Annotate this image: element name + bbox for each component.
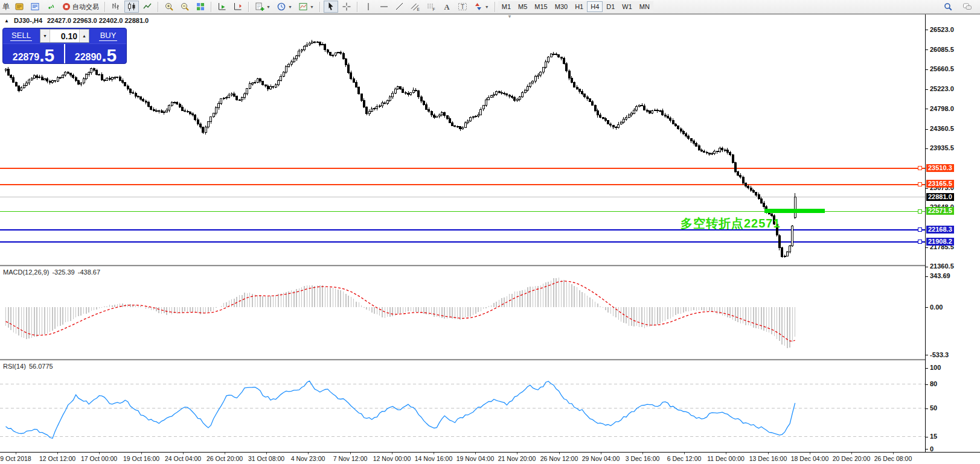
axis-tick xyxy=(926,30,928,30)
timeframe-h4-button[interactable]: H4 xyxy=(587,1,603,12)
zoom-out-button[interactable] xyxy=(178,1,192,13)
new-order-button[interactable] xyxy=(12,1,27,13)
vline-icon xyxy=(363,2,373,11)
hline-23165.5[interactable] xyxy=(0,183,925,186)
pivot-annotation-text[interactable]: 多空转折点22571 xyxy=(681,215,781,232)
timeframe-m15-button[interactable]: M15 xyxy=(531,1,551,12)
arrow-objects-button[interactable]: ▼ xyxy=(471,1,492,13)
candles-icon xyxy=(127,2,136,11)
buy-price[interactable]: 22890.5 xyxy=(65,44,126,64)
svg-text:A: A xyxy=(444,3,449,11)
axis-tick xyxy=(926,148,928,149)
time-axis-label: 18 Dec 04:00 xyxy=(791,455,828,462)
candlestick-series xyxy=(5,40,796,258)
time-axis-label: 26 Oct 20:00 xyxy=(207,455,243,462)
price-line-label[interactable]: 22881.0 xyxy=(926,193,954,201)
time-tick xyxy=(16,453,16,454)
sell-button[interactable]: SELL xyxy=(3,28,39,43)
chat-button[interactable] xyxy=(960,1,975,13)
price-line-label[interactable]: 22168.3 xyxy=(926,226,954,234)
time-axis-label: 26 Nov 12:00 xyxy=(540,455,578,462)
price-line-label[interactable]: 23510.3 xyxy=(926,164,954,172)
periods-button[interactable]: ▼ xyxy=(274,1,295,13)
time-axis-label: 7 Nov 12:00 xyxy=(333,455,368,462)
text-label-button[interactable]: T xyxy=(455,1,470,13)
new-chart-button[interactable]: ▼ xyxy=(252,1,273,13)
axis-tick xyxy=(926,307,928,308)
timeframe-h1-button[interactable]: H1 xyxy=(571,1,587,12)
macd-pane-separator[interactable] xyxy=(0,265,980,267)
time-tick xyxy=(517,453,517,454)
timeframe-m30-button[interactable]: M30 xyxy=(551,1,571,12)
rsi-pane-separator[interactable] xyxy=(0,359,980,361)
price-tick-label: 23935.5 xyxy=(930,144,954,151)
timeframe-m5-button[interactable]: M5 xyxy=(514,1,531,12)
timeframe-mn-button[interactable]: MN xyxy=(636,1,653,12)
axis-tick xyxy=(926,69,928,70)
time-tick xyxy=(266,453,267,454)
line-chart-button[interactable] xyxy=(140,1,155,13)
hline-icon xyxy=(379,2,389,11)
hline-22168.3[interactable] xyxy=(0,228,925,232)
tile-windows-button[interactable] xyxy=(193,1,208,13)
candlestick-chart-button[interactable] xyxy=(124,1,139,13)
chevron-down-icon: ▼ xyxy=(288,5,292,9)
timeframe-d1-button[interactable]: D1 xyxy=(603,1,618,12)
cursor-button[interactable] xyxy=(324,1,338,13)
menu-char[interactable]: 单 xyxy=(2,2,10,12)
macd-tick-label: -533.3 xyxy=(930,351,949,358)
price-tick-label: 21360.5 xyxy=(930,262,954,270)
volume-decrease-button[interactable]: ▼ xyxy=(40,30,50,42)
time-axis[interactable]: 9 Oct 201812 Oct 12:0017 Oct 00:0019 Oct… xyxy=(0,452,980,464)
volume-increase-button[interactable]: ▲ xyxy=(79,30,89,42)
time-axis-label: 6 Dec 12:00 xyxy=(667,455,702,462)
equidistant-channel-button[interactable]: E xyxy=(408,1,423,13)
crosshair-button[interactable] xyxy=(339,1,354,13)
increase-icon: ▲ xyxy=(82,34,86,38)
svg-text:F: F xyxy=(432,7,435,11)
trendline-button[interactable] xyxy=(392,1,407,13)
market-depth-button[interactable] xyxy=(28,1,42,13)
channel-icon: E xyxy=(411,2,420,11)
buy-button[interactable]: BUY xyxy=(90,28,126,43)
volume-input[interactable] xyxy=(50,30,79,42)
fibonacci-retracement-button[interactable]: F xyxy=(424,1,438,13)
zoom-in-button[interactable] xyxy=(162,1,176,13)
time-tick xyxy=(684,453,685,454)
timeframe-m1-button[interactable]: M1 xyxy=(498,1,514,12)
time-axis-label: 26 Dec 08:00 xyxy=(874,455,912,462)
signals-button[interactable] xyxy=(43,1,58,13)
time-axis-label: 4 Nov 23:00 xyxy=(291,455,325,462)
autotrading-icon xyxy=(62,2,71,11)
hline-21908.2[interactable] xyxy=(0,240,925,244)
axis-tick xyxy=(926,49,928,50)
price-line-label[interactable]: 23165.5 xyxy=(926,180,954,188)
price-line-label[interactable]: 21908.2 xyxy=(926,238,954,246)
vertical-line-button[interactable] xyxy=(361,1,376,13)
timeframe-w1-button[interactable]: W1 xyxy=(618,1,636,12)
time-axis-label: 31 Oct 08:00 xyxy=(248,455,284,462)
price-tick-label: 26085.5 xyxy=(930,46,954,53)
text-tool-button[interactable]: A xyxy=(440,1,454,13)
svg-text:T: T xyxy=(461,4,464,10)
autotrading-button[interactable]: 自动交易 xyxy=(59,1,101,13)
price-axis[interactable]: 26523.026085.525660.525223.024798.024360… xyxy=(925,14,980,452)
bar-chart-button[interactable] xyxy=(109,1,123,13)
green-trend-segment[interactable] xyxy=(764,209,825,213)
time-tick xyxy=(183,453,184,454)
price-line-label[interactable]: 22571.5 xyxy=(926,207,954,215)
auto-scroll-button[interactable] xyxy=(215,1,229,13)
sell-price[interactable]: 22879.5 xyxy=(3,44,64,64)
search-button[interactable] xyxy=(941,1,955,13)
main-toolbar: 单自动交易▼▼▼EFAT▼M1M5M15M30H1H4D1W1MN xyxy=(0,0,980,14)
hline-23510.3[interactable] xyxy=(0,167,925,170)
axis-tick xyxy=(926,267,928,267)
pane-splitter-handle[interactable]: ▼ xyxy=(507,14,512,19)
collapse-icon[interactable]: ▲ xyxy=(4,18,9,24)
horizontal-line-button[interactable] xyxy=(377,1,391,13)
chart-shift-button[interactable] xyxy=(231,1,245,13)
templates-button[interactable]: ▼ xyxy=(296,1,316,13)
axis-tick xyxy=(926,89,928,90)
axis-tick xyxy=(926,355,928,355)
time-tick xyxy=(768,453,769,454)
